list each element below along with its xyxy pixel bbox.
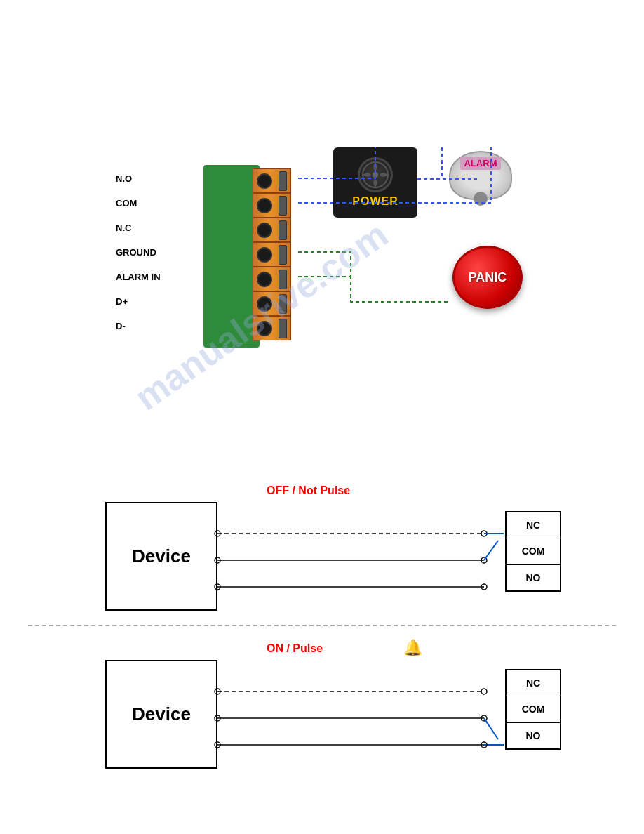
bell-hammer: [474, 192, 488, 206]
power-supply: POWER: [333, 147, 417, 218]
svg-line-8: [484, 541, 498, 560]
label-ground: GROUND: [116, 240, 161, 265]
terminal-pin-2: [253, 193, 291, 218]
terminal-pin-4: [253, 242, 291, 267]
relay-wiring-top: [0, 477, 644, 632]
terminal-pin-1: [253, 168, 291, 193]
alarm-label: ALARM: [460, 157, 502, 170]
power-fan: [358, 157, 393, 192]
panic-button: PANIC: [449, 242, 526, 312]
label-alarm-in: ALARM IN: [116, 265, 161, 289]
alarm-bell: ALARM: [442, 140, 519, 211]
terminal-pin-5: [253, 267, 291, 291]
label-com: COM: [116, 191, 161, 216]
terminal-pin-3: [253, 218, 291, 242]
panic-outer: PANIC: [452, 246, 523, 309]
label-no: N.O: [116, 166, 161, 191]
terminal-labels: N.O COM N.C GROUND ALARM IN D+ D-: [116, 166, 161, 338]
svg-line-19: [484, 718, 498, 739]
power-label: POWER: [352, 195, 398, 208]
diagram-bottom-section: ON / Pulse 🔔 Device NC COM NO: [0, 635, 644, 804]
label-nc: N.C: [116, 216, 161, 240]
label-dminus: D-: [116, 314, 161, 338]
terminal-pin-7: [253, 316, 291, 340]
diagram-top-section: OFF / Not Pulse Device NC COM NO: [0, 477, 644, 632]
bell-base: ALARM: [449, 151, 512, 200]
wiring-diagram: [0, 0, 644, 463]
terminal-block: [182, 165, 298, 348]
terminal-pin-6: [253, 291, 291, 316]
terminal-body: [203, 165, 260, 348]
relay-wiring-bottom: [0, 635, 644, 790]
panic-label: PANIC: [469, 270, 507, 285]
svg-point-1: [373, 172, 378, 178]
section-separator: [28, 625, 616, 626]
terminal-pins: [253, 168, 291, 344]
label-dplus: D+: [116, 289, 161, 314]
